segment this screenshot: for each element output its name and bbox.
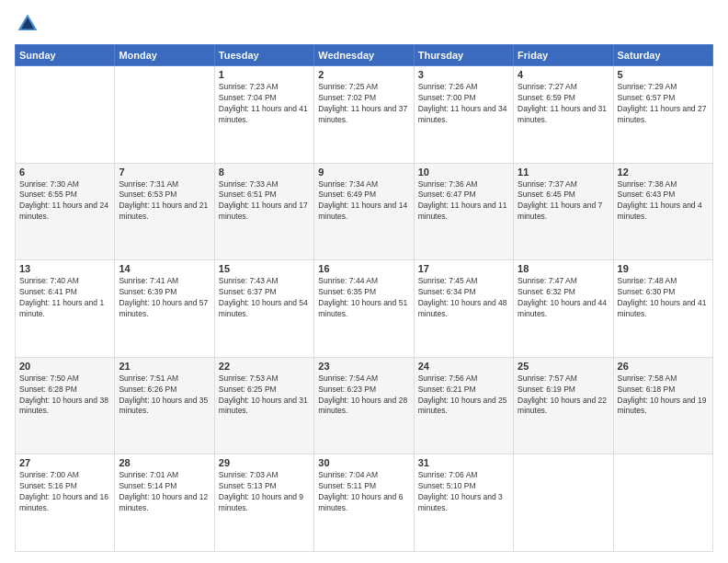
day-info: Sunrise: 7:48 AM Sunset: 6:30 PM Dayligh…: [618, 276, 709, 320]
day-info: Sunrise: 7:40 AM Sunset: 6:41 PM Dayligh…: [19, 276, 110, 320]
day-info: Sunrise: 7:41 AM Sunset: 6:39 PM Dayligh…: [119, 276, 210, 320]
day-info: Sunrise: 7:00 AM Sunset: 5:16 PM Dayligh…: [19, 470, 110, 514]
day-number: 15: [219, 263, 310, 274]
day-info: Sunrise: 7:27 AM Sunset: 6:59 PM Dayligh…: [518, 82, 609, 126]
day-info: Sunrise: 7:34 AM Sunset: 6:49 PM Dayligh…: [318, 179, 409, 224]
calendar-cell: 2Sunrise: 7:25 AM Sunset: 7:02 PM Daylig…: [314, 66, 414, 164]
logo: [15, 11, 44, 37]
day-info: Sunrise: 7:51 AM Sunset: 6:26 PM Dayligh…: [119, 373, 210, 418]
day-info: Sunrise: 7:38 AM Sunset: 6:43 PM Dayligh…: [618, 179, 709, 224]
calendar-cell: 28Sunrise: 7:01 AM Sunset: 5:14 PM Dayli…: [115, 454, 214, 552]
calendar-weekday-monday: Monday: [115, 45, 214, 66]
calendar-cell: [16, 66, 115, 164]
calendar-cell: 31Sunrise: 7:06 AM Sunset: 5:10 PM Dayli…: [414, 454, 513, 552]
day-info: Sunrise: 7:53 AM Sunset: 6:25 PM Dayligh…: [219, 373, 310, 418]
calendar-cell: 25Sunrise: 7:57 AM Sunset: 6:19 PM Dayli…: [514, 357, 613, 454]
calendar-cell: 7Sunrise: 7:31 AM Sunset: 6:53 PM Daylig…: [115, 163, 214, 260]
day-number: 9: [318, 167, 409, 178]
day-number: 23: [318, 361, 409, 372]
day-number: 18: [518, 263, 609, 274]
day-number: 3: [418, 69, 509, 80]
day-number: 5: [618, 69, 709, 80]
day-info: Sunrise: 7:33 AM Sunset: 6:51 PM Dayligh…: [219, 179, 310, 224]
day-number: 28: [119, 457, 210, 468]
calendar-week-row: 27Sunrise: 7:00 AM Sunset: 5:16 PM Dayli…: [16, 454, 713, 552]
day-info: Sunrise: 7:56 AM Sunset: 6:21 PM Dayligh…: [418, 373, 509, 418]
calendar-cell: 14Sunrise: 7:41 AM Sunset: 6:39 PM Dayli…: [115, 260, 214, 358]
calendar-cell: 8Sunrise: 7:33 AM Sunset: 6:51 PM Daylig…: [214, 163, 313, 260]
day-number: 7: [119, 167, 210, 178]
calendar-cell: 13Sunrise: 7:40 AM Sunset: 6:41 PM Dayli…: [16, 260, 115, 358]
calendar-cell: 24Sunrise: 7:56 AM Sunset: 6:21 PM Dayli…: [414, 357, 513, 454]
day-number: 11: [518, 167, 609, 178]
day-info: Sunrise: 7:23 AM Sunset: 7:04 PM Dayligh…: [219, 82, 310, 126]
day-number: 27: [19, 457, 110, 468]
calendar-weekday-tuesday: Tuesday: [214, 45, 313, 66]
calendar-cell: 27Sunrise: 7:00 AM Sunset: 5:16 PM Dayli…: [16, 454, 115, 552]
day-info: Sunrise: 7:25 AM Sunset: 7:02 PM Dayligh…: [318, 82, 409, 126]
day-number: 31: [418, 457, 509, 468]
day-info: Sunrise: 7:50 AM Sunset: 6:28 PM Dayligh…: [19, 373, 110, 418]
day-info: Sunrise: 7:26 AM Sunset: 7:00 PM Dayligh…: [418, 82, 509, 126]
day-number: 22: [219, 361, 310, 372]
calendar-cell: 12Sunrise: 7:38 AM Sunset: 6:43 PM Dayli…: [613, 163, 712, 260]
calendar-weekday-friday: Friday: [514, 45, 613, 66]
calendar-cell: 17Sunrise: 7:45 AM Sunset: 6:34 PM Dayli…: [414, 260, 513, 358]
day-info: Sunrise: 7:31 AM Sunset: 6:53 PM Dayligh…: [119, 179, 210, 224]
day-info: Sunrise: 7:01 AM Sunset: 5:14 PM Dayligh…: [119, 470, 210, 514]
calendar-cell: 11Sunrise: 7:37 AM Sunset: 6:45 PM Dayli…: [514, 163, 613, 260]
day-info: Sunrise: 7:47 AM Sunset: 6:32 PM Dayligh…: [518, 276, 609, 320]
day-info: Sunrise: 7:45 AM Sunset: 6:34 PM Dayligh…: [418, 276, 509, 320]
day-number: 26: [618, 361, 709, 372]
calendar-week-row: 13Sunrise: 7:40 AM Sunset: 6:41 PM Dayli…: [16, 260, 713, 358]
day-info: Sunrise: 7:04 AM Sunset: 5:11 PM Dayligh…: [318, 470, 409, 514]
day-info: Sunrise: 7:30 AM Sunset: 6:55 PM Dayligh…: [19, 179, 110, 224]
day-number: 10: [418, 167, 509, 178]
calendar-cell: 19Sunrise: 7:48 AM Sunset: 6:30 PM Dayli…: [613, 260, 712, 358]
calendar-header-row: SundayMondayTuesdayWednesdayThursdayFrid…: [16, 45, 713, 66]
calendar-weekday-thursday: Thursday: [414, 45, 513, 66]
day-number: 6: [19, 167, 110, 178]
calendar-cell: 15Sunrise: 7:43 AM Sunset: 6:37 PM Dayli…: [214, 260, 313, 358]
day-number: 14: [119, 263, 210, 274]
day-number: 8: [219, 167, 310, 178]
day-number: 19: [618, 263, 709, 274]
calendar-cell: 4Sunrise: 7:27 AM Sunset: 6:59 PM Daylig…: [514, 66, 613, 164]
day-info: Sunrise: 7:03 AM Sunset: 5:13 PM Dayligh…: [219, 470, 310, 514]
day-number: 24: [418, 361, 509, 372]
day-info: Sunrise: 7:44 AM Sunset: 6:35 PM Dayligh…: [318, 276, 409, 320]
calendar-cell: [115, 66, 214, 164]
day-info: Sunrise: 7:36 AM Sunset: 6:47 PM Dayligh…: [418, 179, 509, 224]
calendar-cell: 3Sunrise: 7:26 AM Sunset: 7:00 PM Daylig…: [414, 66, 513, 164]
day-number: 29: [219, 457, 310, 468]
day-number: 21: [119, 361, 210, 372]
calendar-cell: 16Sunrise: 7:44 AM Sunset: 6:35 PM Dayli…: [314, 260, 414, 358]
calendar-cell: 21Sunrise: 7:51 AM Sunset: 6:26 PM Dayli…: [115, 357, 214, 454]
header: [15, 11, 713, 37]
calendar-cell: 6Sunrise: 7:30 AM Sunset: 6:55 PM Daylig…: [16, 163, 115, 260]
calendar-cell: [613, 454, 712, 552]
calendar-cell: 1Sunrise: 7:23 AM Sunset: 7:04 PM Daylig…: [214, 66, 313, 164]
calendar-cell: 26Sunrise: 7:58 AM Sunset: 6:18 PM Dayli…: [613, 357, 712, 454]
calendar-cell: 9Sunrise: 7:34 AM Sunset: 6:49 PM Daylig…: [314, 163, 414, 260]
day-number: 17: [418, 263, 509, 274]
calendar-cell: 23Sunrise: 7:54 AM Sunset: 6:23 PM Dayli…: [314, 357, 414, 454]
calendar-weekday-wednesday: Wednesday: [314, 45, 414, 66]
day-info: Sunrise: 7:29 AM Sunset: 6:57 PM Dayligh…: [618, 82, 709, 126]
day-info: Sunrise: 7:06 AM Sunset: 5:10 PM Dayligh…: [418, 470, 509, 514]
day-info: Sunrise: 7:43 AM Sunset: 6:37 PM Dayligh…: [219, 276, 310, 320]
day-info: Sunrise: 7:54 AM Sunset: 6:23 PM Dayligh…: [318, 373, 409, 418]
day-number: 13: [19, 263, 110, 274]
day-number: 20: [19, 361, 110, 372]
day-number: 30: [318, 457, 409, 468]
calendar-cell: 10Sunrise: 7:36 AM Sunset: 6:47 PM Dayli…: [414, 163, 513, 260]
calendar-cell: [514, 454, 613, 552]
calendar-table: SundayMondayTuesdayWednesdayThursdayFrid…: [15, 44, 713, 552]
calendar-week-row: 6Sunrise: 7:30 AM Sunset: 6:55 PM Daylig…: [16, 163, 713, 260]
calendar-weekday-sunday: Sunday: [16, 45, 115, 66]
day-info: Sunrise: 7:58 AM Sunset: 6:18 PM Dayligh…: [618, 373, 709, 418]
day-number: 4: [518, 69, 609, 80]
day-number: 12: [618, 167, 709, 178]
calendar-cell: 22Sunrise: 7:53 AM Sunset: 6:25 PM Dayli…: [214, 357, 313, 454]
calendar-cell: 20Sunrise: 7:50 AM Sunset: 6:28 PM Dayli…: [16, 357, 115, 454]
